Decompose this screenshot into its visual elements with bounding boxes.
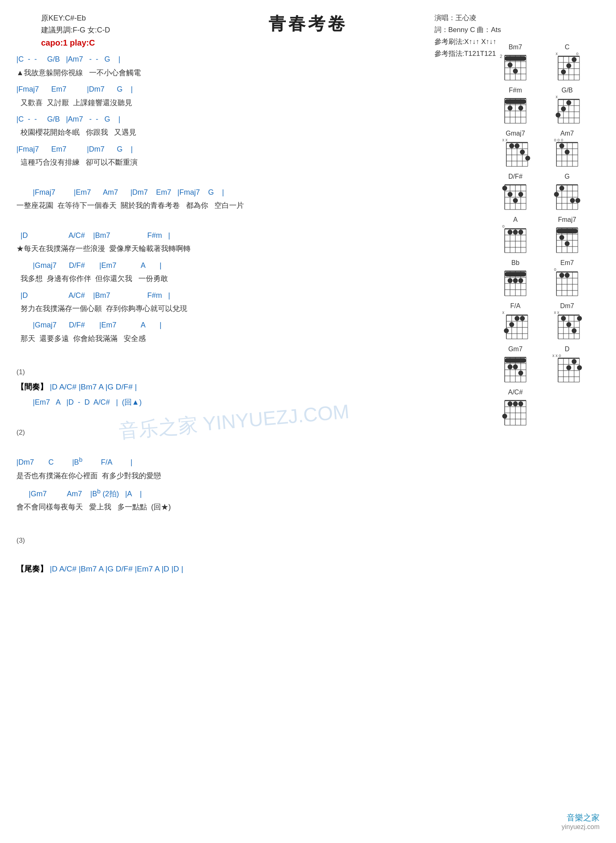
chord-dm7-grid: x x <box>551 311 584 341</box>
svg-point-178 <box>509 322 514 327</box>
svg-point-180 <box>520 316 525 321</box>
svg-point-28 <box>561 69 566 74</box>
suggest: 建議男調:F-G 女:C-D <box>41 24 110 36</box>
lyric-line-7: 我多想 身邊有你作伴 但你還欠我 一份勇敢 <box>16 272 485 285</box>
svg-point-150 <box>508 278 513 283</box>
chord-a: A o <box>493 216 538 254</box>
chord-g-b-grid: x <box>551 95 584 125</box>
chord-row-6: Bb <box>493 259 600 297</box>
chord-d-f-sharp-name: D/F# <box>508 173 523 180</box>
svg-point-40 <box>508 106 513 111</box>
chord-am7: Am7 o o o <box>545 130 590 168</box>
svg-point-151 <box>513 278 518 283</box>
outro-bracket: 【尾奏】 <box>16 564 48 573</box>
svg-point-94 <box>502 186 507 191</box>
chord-em7-grid: o <box>551 268 584 297</box>
finger-pattern: 參考指法:T121T121 <box>434 48 501 60</box>
svg-point-124 <box>513 230 518 235</box>
interlude-chords2: |Em7 A |D - D A/C# | (回▲) <box>16 396 485 409</box>
chord-line-2: |Fmaj7 Em7 |Dm7 G | <box>16 83 485 96</box>
lyric-line-1: ▲我故意躲開你視線 一不小心會觸電 <box>16 66 485 79</box>
interlude-chords1: |D A/C# |Bm7 A |G D/F# | <box>50 382 137 391</box>
chord-line-11: |Gm7 Am7 |Bb (2拍) |A | <box>16 486 485 500</box>
chord-bb: Bb <box>493 259 538 297</box>
chord-dm7: Dm7 x x <box>545 302 590 341</box>
chord-d-f-sharp: D/F# <box>493 173 538 211</box>
chord-g-grid <box>551 182 584 211</box>
footer-logo: 音樂之家 yinyuezj.com <box>562 812 600 831</box>
lyric-line-5: 一整座花園 在等待下一個春天 關於我的青春考卷 都為你 空白一片 <box>16 199 485 212</box>
key-info: 原KEY:C#-Eb <box>41 12 110 24</box>
svg-text:x x: x x <box>554 311 559 315</box>
chord-bm7-grid: 2 <box>499 52 532 82</box>
svg-point-223 <box>577 365 582 370</box>
header: 原KEY:C#-Eb 建議男調:F-G 女:C-D capo:1 play:C … <box>16 12 600 35</box>
svg-text:2: 2 <box>500 54 502 59</box>
chord-gmaj7: Gmaj7 x x <box>493 130 538 168</box>
chord-line-10: |Dm7 C |Bb F/A | <box>16 454 485 469</box>
chord-row-5: A o <box>493 216 600 254</box>
chord-d-grid: x x o <box>551 354 584 384</box>
svg-text:x x: x x <box>502 138 508 142</box>
svg-point-237 <box>518 401 523 406</box>
svg-point-110 <box>570 198 575 203</box>
page: 原KEY:C#-Eb 建議男調:F-G 女:C-D capo:1 play:C … <box>0 0 616 843</box>
chord-g-b: G/B x <box>545 87 590 125</box>
header-left: 原KEY:C#-Eb 建議男調:F-G 女:C-D capo:1 play:C <box>41 12 110 49</box>
chord-line-5: |Fmaj7 |Em7 Am7 |Dm7 Em7 |Fmaj7 G | <box>16 186 485 199</box>
chord-row-3: Gmaj7 x x <box>493 130 600 168</box>
svg-point-96 <box>513 198 518 203</box>
chord-em7: Em7 o <box>545 259 590 297</box>
svg-point-82 <box>559 143 564 148</box>
svg-point-67 <box>515 143 519 148</box>
svg-point-41 <box>518 106 523 111</box>
svg-point-164 <box>559 273 564 278</box>
lyric-line-10: 是否也有撲滿在你心裡面 有多少對我的愛戀 <box>16 469 485 482</box>
capo-info: capo:1 play:C <box>41 36 110 49</box>
svg-text:o o o: o o o <box>554 138 563 142</box>
svg-point-221 <box>566 365 571 370</box>
svg-point-193 <box>566 322 571 327</box>
chord-bm7-name: Bm7 <box>509 44 522 51</box>
chord-row-1: Bm7 2 <box>493 44 600 82</box>
lyric-line-6: ★每天在我撲滿存一些浪漫 愛像摩天輪載著我轉啊轉 <box>16 242 485 255</box>
chord-c: C x o <box>545 44 590 82</box>
svg-point-55 <box>566 100 571 105</box>
section-label-3: (3) <box>16 534 485 547</box>
svg-point-177 <box>504 328 509 333</box>
chord-line-4: |Fmaj7 Em7 |Dm7 G | <box>16 143 485 156</box>
chord-d-name: D <box>565 345 570 353</box>
svg-point-137 <box>559 235 564 240</box>
chord-fmaj7: Fmaj7 <box>545 216 590 254</box>
chord-line-1: |C - - G/B |Am7 - - G | <box>16 53 485 66</box>
chord-bb-grid <box>499 268 532 297</box>
svg-point-236 <box>513 401 518 406</box>
chord-a-c-sharp-grid <box>499 397 532 427</box>
chord-f-a-grid: x <box>499 311 532 341</box>
svg-rect-136 <box>556 229 578 233</box>
chord-bb-name: Bb <box>511 259 519 267</box>
header-right: 演唱：王心凌 詞：Benny C 曲：Ats 參考刷法:X↑↓↑ X↑↓↑ 參考… <box>434 12 501 60</box>
svg-point-207 <box>508 364 513 369</box>
svg-point-222 <box>572 359 577 364</box>
chord-dm7-name: Dm7 <box>560 302 574 310</box>
lyric-line-8: 努力在我撲滿存一個心願 存到你夠專心就可以兌現 <box>16 302 485 315</box>
chord-row-9: A/C# <box>493 389 600 427</box>
chord-gm7-name: Gm7 <box>508 345 523 353</box>
svg-point-125 <box>518 230 523 235</box>
chord-gm7: Gm7 <box>493 345 538 384</box>
outro-chords: |D A/C# |Bm7 A |G D/F# |Em7 A |D |D | <box>50 564 183 573</box>
svg-text:o: o <box>502 225 505 228</box>
svg-point-54 <box>561 106 566 111</box>
svg-point-27 <box>566 63 571 68</box>
chord-row-4: D/F# <box>493 173 600 211</box>
svg-text:x: x <box>502 311 504 315</box>
svg-point-123 <box>508 230 513 235</box>
svg-point-95 <box>508 192 513 197</box>
svg-point-69 <box>525 156 530 161</box>
interlude-line1: 【間奏】 |D A/C# |Bm7 A |G D/F# | <box>16 380 485 394</box>
chord-g-b-name: G/B <box>561 87 573 94</box>
chord-c-name: C <box>565 44 570 51</box>
svg-point-26 <box>572 57 577 62</box>
chord-f-sharp-m-name: F#m <box>509 87 522 94</box>
